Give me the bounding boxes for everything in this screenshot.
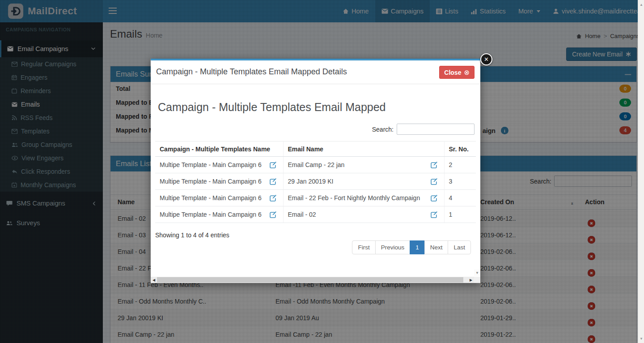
showing-entries-text: Showing 1 to 4 of 4 entries [155, 232, 229, 239]
modal-search-input[interactable] [397, 124, 475, 135]
modal-close-x-button[interactable]: ✕ [480, 53, 492, 65]
pagination-previous[interactable]: Previous [375, 240, 411, 254]
pagination-first[interactable]: First [352, 240, 375, 254]
edit-icon[interactable] [430, 211, 438, 219]
pagination-last[interactable]: Last [448, 240, 471, 254]
modal-title: Campaign - Multiple Templates Email Mapp… [156, 67, 347, 77]
pagination-page-1[interactable]: 1 [410, 240, 425, 254]
column-campaign-name[interactable]: Campaign - Multiple Templates Name [155, 141, 283, 157]
edit-icon[interactable] [269, 178, 277, 185]
page-vertical-scrollbar[interactable]: ▲ ▼ [638, 0, 644, 343]
column-sr-no[interactable]: Sr. No. [444, 141, 476, 157]
horizontal-scrollbar[interactable]: ◀ ▶ [151, 277, 474, 283]
modal-search: Search: [372, 124, 475, 135]
scroll-left-arrow[interactable]: ◀ [151, 277, 157, 283]
mapped-details-modal: Campaign - Multiple Templates Email Mapp… [151, 59, 480, 283]
table-row: Multipe Template - Main Campaign 6 Email… [155, 157, 476, 173]
pagination: First Previous 1 Next Last [352, 240, 471, 254]
table-row: Multipe Template - Main Campaign 6 Email… [155, 206, 476, 223]
close-button[interactable]: Close ⊗ [439, 66, 475, 79]
edit-icon[interactable] [269, 211, 277, 219]
scrollbar-corner [474, 277, 480, 283]
scroll-down-arrow[interactable]: ▼ [638, 335, 644, 342]
modal-header: Campaign - Multiple Templates Email Mapp… [151, 60, 480, 84]
search-label: Search: [372, 126, 394, 133]
vertical-scrollbar-down-arrow[interactable]: ▼ [474, 270, 480, 276]
scroll-up-arrow[interactable]: ▲ [638, 1, 644, 8]
scroll-right-arrow[interactable]: ▶ [468, 277, 474, 283]
edit-icon[interactable] [269, 161, 277, 169]
table-row: Multipe Template - Main Campaign 6 Email… [155, 190, 476, 206]
edit-icon[interactable] [269, 194, 277, 202]
table-row: Multipe Template - Main Campaign 6 29 Ja… [155, 173, 476, 190]
close-circle-icon: ⊗ [464, 69, 470, 76]
scrollbar-thumb[interactable] [157, 277, 463, 283]
app-window: MailDirect Home Campaigns Lists Statisti… [0, 0, 644, 343]
mapped-emails-table: Campaign - Multiple Templates Name Email… [155, 141, 476, 223]
edit-icon[interactable] [430, 161, 438, 169]
edit-icon[interactable] [430, 194, 438, 202]
pagination-next[interactable]: Next [424, 240, 449, 254]
modal-heading: Campaign - Multiple Templates Email Mapp… [158, 101, 386, 114]
column-email-name[interactable]: Email Name [283, 141, 444, 157]
edit-icon[interactable] [430, 178, 438, 185]
